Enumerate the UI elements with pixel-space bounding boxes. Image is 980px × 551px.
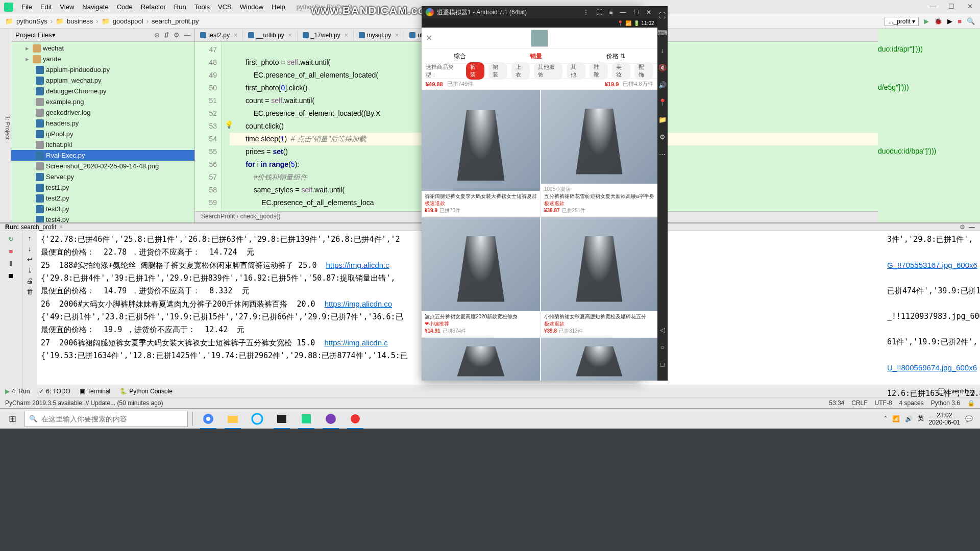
back-icon[interactable]: ✕	[426, 33, 432, 43]
tab-event-log[interactable]: 💬 Event Log	[938, 388, 975, 395]
tree-file[interactable]: headers.py	[11, 118, 194, 129]
install-icon[interactable]: ↓	[657, 45, 668, 55]
indent-setting[interactable]: 4 spaces	[899, 399, 924, 407]
crumb-file[interactable]: search_profit.py	[152, 17, 199, 25]
crumb-business[interactable]: business	[67, 17, 93, 25]
down-stack-icon[interactable]: ↓	[28, 245, 32, 253]
product-image[interactable]	[541, 90, 657, 184]
menu-navigate[interactable]: Navigate	[79, 2, 111, 12]
status-message[interactable]: PyCharm 2019.3.5 available: // Update...…	[5, 399, 163, 407]
tree-file[interactable]: test3.py	[11, 204, 194, 214]
run-config-dropdown[interactable]: ..._profit ▾	[885, 17, 919, 26]
menu-file[interactable]: File	[18, 2, 35, 12]
tree-file[interactable]: test4.py	[11, 214, 194, 222]
android-back-icon[interactable]: ◁	[657, 324, 668, 335]
tab-terminal[interactable]: ▣ Terminal	[80, 388, 110, 395]
filter-chip[interactable]: 裤装	[466, 62, 484, 80]
product-grid[interactable]: 裤裙阔腿短裤女夏季大码女装大裤衩女士短裤夏群 极速退款 ¥19.9已拼70件 1…	[422, 90, 657, 381]
product-image[interactable]	[422, 90, 540, 191]
pycharm-app-icon[interactable]	[295, 409, 317, 429]
sort-sales[interactable]: 销量	[530, 52, 542, 61]
tree-file[interactable]: test2.py	[11, 193, 194, 204]
product-image[interactable]	[422, 338, 540, 381]
volume-up-icon[interactable]: 🔊	[657, 80, 668, 90]
cmd-app-icon[interactable]	[271, 409, 293, 429]
filter-chip[interactable]: 裙装	[488, 62, 507, 80]
up-stack-icon[interactable]: ↑	[28, 234, 32, 242]
clear-icon[interactable]: 🗑	[27, 288, 33, 295]
run-config-name[interactable]: search_profit	[21, 223, 56, 231]
system-tray[interactable]: ˄ 📶 🔊 英 23:02 2020-06-01 💬	[884, 412, 978, 426]
explorer-app-icon[interactable]	[222, 409, 244, 429]
exit-icon[interactable]: ⏹	[7, 271, 16, 280]
crumb-goodspool[interactable]: goodspool	[113, 17, 143, 25]
product-image[interactable]	[422, 217, 540, 311]
crumb-root[interactable]: pythonSys	[16, 17, 47, 25]
tray-overflow-icon[interactable]: ˄	[884, 415, 887, 422]
sort-comprehensive[interactable]: 综合	[454, 52, 466, 61]
stop-icon[interactable]: ■	[7, 246, 16, 256]
expand-icon[interactable]: ⛶	[657, 10, 668, 20]
tab-run[interactable]: ▶4: Run	[5, 388, 30, 395]
filter-chip[interactable]: 配饰	[634, 62, 653, 80]
filter-chip[interactable]: 鞋靴	[590, 62, 608, 80]
filter-chip[interactable]: 美妆	[612, 62, 630, 80]
search-thumbnail[interactable]	[531, 30, 548, 47]
editor-tab[interactable]: __urllib.py×	[243, 30, 298, 40]
window-maximize-icon[interactable]: ☐	[944, 1, 959, 11]
chrome-app-icon[interactable]	[197, 409, 219, 429]
media-app-icon[interactable]	[320, 409, 342, 429]
filter-chip[interactable]: 其他服饰	[534, 62, 563, 80]
menu-code[interactable]: Code	[114, 2, 136, 12]
tree-folder[interactable]: ▸yande	[11, 54, 194, 64]
volume-mute-icon[interactable]: 🔇	[657, 62, 668, 72]
tray-sound-icon[interactable]: 🔊	[905, 415, 913, 422]
menu-refactor[interactable]: Refactor	[138, 2, 169, 12]
emu-minimize-icon[interactable]: —	[618, 9, 628, 16]
soft-wrap-icon[interactable]: ↩	[27, 256, 33, 263]
emu-menu-icon[interactable]: ≡	[607, 9, 615, 16]
tree-file[interactable]: appium_wechat.py	[11, 75, 194, 86]
pause-icon[interactable]: ⏸	[7, 259, 16, 268]
keyboard-icon[interactable]: ⌨	[657, 28, 668, 38]
settings-icon[interactable]: ⚙	[657, 132, 668, 142]
tab-todo[interactable]: ✓ 6: TODO	[39, 388, 70, 395]
product-image[interactable]	[541, 217, 657, 311]
browser-app-icon[interactable]	[246, 409, 268, 429]
tree-file[interactable]: geckodriver.log	[11, 107, 194, 118]
tree-folder[interactable]: ▸wechat	[11, 43, 194, 54]
tree-file[interactable]: itchat.pkl	[11, 139, 194, 150]
tab-python-console[interactable]: 🐍 Python Console	[119, 388, 173, 395]
caret-position[interactable]: 53:34	[829, 399, 844, 407]
line-separator[interactable]: CRLF	[851, 399, 867, 407]
hide-icon[interactable]: —	[184, 31, 190, 39]
close-tab-icon[interactable]: ×	[234, 32, 237, 39]
search-everywhere-icon[interactable]: 🔍	[967, 17, 975, 25]
product-image[interactable]	[541, 338, 657, 381]
rerun-icon[interactable]: ↻	[7, 234, 16, 243]
settings-icon[interactable]: ⚙	[174, 31, 180, 39]
gps-icon[interactable]: 📍	[657, 97, 668, 107]
close-tab-icon[interactable]: ×	[395, 32, 399, 39]
tree-file[interactable]: Screenshot_2020-02-25-09-14-48.png	[11, 161, 194, 171]
tree-file[interactable]: debuggerChrome.py	[11, 86, 194, 96]
product-card[interactable]: 1005小凝店 五分裤裤裙碎花雪纺短裙女夏天新款高腰a字半身 极速退款 ¥39.…	[541, 90, 657, 216]
locate-icon[interactable]: ⊕	[154, 31, 160, 39]
android-recent-icon[interactable]: □	[657, 359, 668, 369]
close-tab-icon[interactable]: ×	[288, 32, 292, 39]
emu-more-icon[interactable]: ⋮	[581, 9, 591, 16]
split-editor-right[interactable]: duo:id/apr"]'))) d/e5g"]'))) duoduo:id/b…	[878, 29, 980, 222]
files-icon[interactable]: 📁	[657, 114, 668, 124]
taskbar-search[interactable]: 🔍	[24, 411, 188, 427]
menu-help[interactable]: Help	[268, 2, 288, 12]
stop-button-icon[interactable]: ■	[958, 17, 962, 25]
record-app-icon[interactable]	[344, 409, 366, 429]
tray-network-icon[interactable]: 📶	[892, 415, 900, 422]
android-home-icon[interactable]: ○	[657, 342, 668, 352]
lock-icon[interactable]: 🔒	[967, 399, 975, 407]
scroll-end-icon[interactable]: ⤓	[27, 266, 33, 274]
filter-chip[interactable]: 上衣	[511, 62, 530, 80]
menu-window[interactable]: Window	[237, 2, 266, 12]
window-close-icon[interactable]: ✕	[963, 1, 977, 11]
menu-view[interactable]: View	[57, 2, 77, 12]
